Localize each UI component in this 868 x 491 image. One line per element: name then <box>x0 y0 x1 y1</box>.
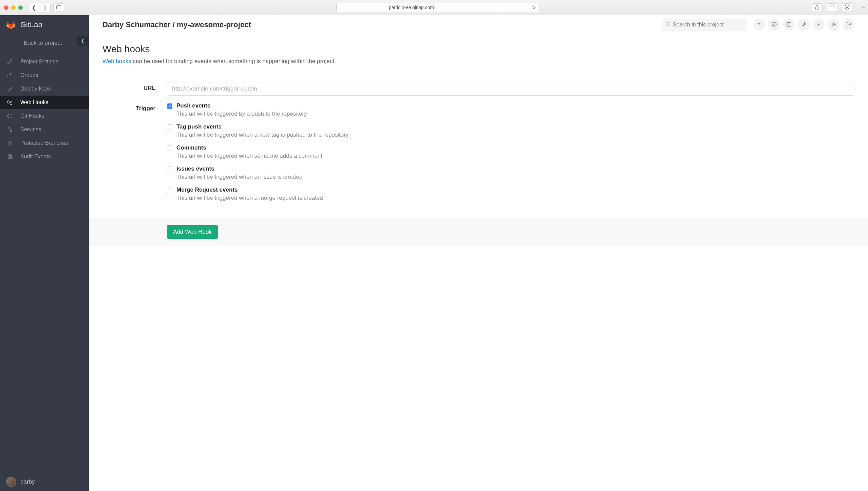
chevron-right-icon: ❯ <box>43 4 47 11</box>
trigger-checkbox[interactable] <box>167 166 172 172</box>
clipboard-button[interactable] <box>783 19 795 31</box>
trigger-title: Tag push events <box>176 123 348 130</box>
plus-icon: + <box>861 4 865 12</box>
help-button[interactable]: ? <box>753 19 765 31</box>
new-tab-button[interactable]: + <box>858 0 868 15</box>
list-icon <box>7 154 13 159</box>
trigger-checkbox[interactable] <box>167 124 172 130</box>
trigger-item: Tag push eventsThis url will be triggere… <box>167 123 854 138</box>
chevron-left-icon: ❮ <box>81 38 85 43</box>
trigger-desc: This url will be triggered when a merge … <box>176 195 323 201</box>
project-search[interactable] <box>662 19 747 31</box>
sidebar-item-label: Deploy Keys <box>20 86 51 92</box>
share-right-icon <box>7 73 13 78</box>
sidebar-item-label: Groups <box>20 72 38 78</box>
svg-point-8 <box>10 130 12 132</box>
close-window-button[interactable] <box>4 5 8 10</box>
git-icon <box>7 114 13 118</box>
trigger-checkbox[interactable] <box>167 145 172 151</box>
add-webhook-button[interactable]: Add Web Hook <box>167 225 218 239</box>
trigger-label: Trigger <box>102 102 167 208</box>
share-button[interactable] <box>812 3 823 12</box>
sidebar-item-web-hooks[interactable]: Web Hooks <box>0 96 89 109</box>
webhook-form: URL Trigger ✓Push eventsThis url will be… <box>102 82 854 208</box>
browser-toolbar: ❮ ❯ patricio-ee.gitlap.com ↻ <box>0 0 868 15</box>
search-input[interactable] <box>673 22 742 28</box>
sidebar-icon <box>56 5 61 10</box>
sidebar-item-groups[interactable]: Groups <box>0 68 89 82</box>
minimize-window-button[interactable] <box>11 5 16 10</box>
svg-rect-9 <box>8 143 12 145</box>
maximize-window-button[interactable] <box>18 5 23 10</box>
lock-icon <box>7 141 13 145</box>
svg-rect-3 <box>831 5 834 8</box>
sidebar-user[interactable]: darby <box>0 473 89 491</box>
svg-rect-0 <box>57 6 61 9</box>
url-input[interactable] <box>167 82 854 96</box>
globe-icon <box>772 22 777 28</box>
address-bar[interactable]: patricio-ee.gitlap.com ↻ <box>336 3 540 12</box>
share-icon <box>815 5 819 11</box>
tabs-button[interactable] <box>827 3 837 12</box>
new-button[interactable]: + <box>813 19 825 31</box>
breadcrumb[interactable]: Darby Schumacher / my-awesome-project <box>102 20 251 29</box>
help-icon: ? <box>758 22 760 27</box>
sidebar-toggle-button[interactable] <box>53 3 64 12</box>
svg-point-7 <box>8 128 11 130</box>
settings-button[interactable] <box>828 19 839 31</box>
username: darby <box>20 478 35 485</box>
reload-icon[interactable]: ↻ <box>532 5 536 10</box>
trigger-title: Merge Request events <box>176 186 323 193</box>
sidebar-item-services[interactable]: Services <box>0 123 89 136</box>
main-header: Darby Schumacher / my-awesome-project ? <box>89 15 868 34</box>
gears-icon <box>7 127 13 132</box>
web-hooks-help-link[interactable]: Web hooks <box>102 58 131 64</box>
sidebar-item-label: Audit Events <box>20 154 51 160</box>
page-title: Web hooks <box>102 44 854 55</box>
svg-rect-6 <box>7 114 12 118</box>
trigger-item: Issues eventsThis url will be triggered … <box>167 165 854 180</box>
sidebar-item-label: Services <box>20 126 41 133</box>
wrench-button[interactable] <box>798 19 810 31</box>
url-text: patricio-ee.gitlap.com <box>389 5 434 10</box>
url-label: URL <box>102 82 167 96</box>
sidebar-item-label: Git Hooks <box>20 113 44 119</box>
sidebar-item-label: Back to project <box>24 40 62 46</box>
svg-point-14 <box>666 22 669 25</box>
page-description: Web hooks can be used for binding events… <box>102 58 854 73</box>
sidebar-header[interactable]: GitLab <box>0 15 89 34</box>
sidebar-item-git-hooks[interactable]: Git Hooks <box>0 109 89 123</box>
sidebar-item-project-settings[interactable]: Project Settings <box>0 55 89 68</box>
download-icon <box>845 5 849 11</box>
sidebar-item-deploy-keys[interactable]: Deploy Keys <box>0 82 89 96</box>
trigger-desc: This url will be triggered when an issue… <box>176 174 302 180</box>
back-button[interactable]: ❮ <box>29 3 39 12</box>
forward-button[interactable]: ❯ <box>39 3 50 12</box>
edit-icon <box>7 59 13 64</box>
page-content: Web hooks Web hooks can be used for bind… <box>89 34 868 256</box>
avatar <box>6 477 16 487</box>
app-name: GitLab <box>20 20 42 29</box>
sidebar-item-audit-events[interactable]: Audit Events <box>0 150 89 163</box>
trigger-desc: This url will be triggered by a push to … <box>176 111 307 117</box>
chevron-left-icon: ❮ <box>32 4 36 11</box>
gitlab-logo-icon <box>6 20 16 29</box>
svg-rect-19 <box>787 22 791 26</box>
form-footer: Add Web Hook <box>89 218 868 246</box>
logout-button[interactable] <box>843 19 854 31</box>
sidebar-item-protected-branches[interactable]: Protected Branches <box>0 136 89 150</box>
trigger-checkbox[interactable]: ✓ <box>167 103 172 109</box>
downloads-button[interactable] <box>842 3 852 12</box>
trigger-checkbox[interactable] <box>167 188 172 193</box>
window-controls <box>4 5 23 10</box>
public-button[interactable] <box>768 19 780 31</box>
back-to-project-link[interactable]: Back to project <box>0 34 89 52</box>
sidebar-item-label: Project Settings <box>20 59 58 65</box>
collapse-sidebar-button[interactable]: ❮ <box>77 36 89 46</box>
toolbar-right <box>812 3 852 12</box>
logout-icon <box>846 22 851 28</box>
sidebar-item-label: Protected Branches <box>20 140 68 146</box>
trigger-desc: This url will be triggered when a new ta… <box>176 132 348 138</box>
gear-icon <box>831 22 836 28</box>
plus-icon: + <box>817 22 820 27</box>
